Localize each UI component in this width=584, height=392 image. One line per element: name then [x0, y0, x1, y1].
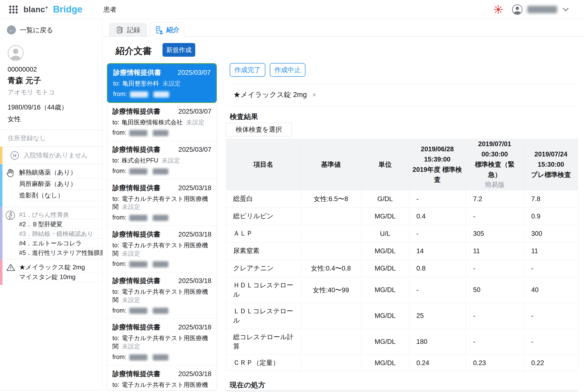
- document-title: 診療情報提供書: [112, 145, 160, 154]
- header-actions: [493, 4, 584, 15]
- to-label: to:: [112, 119, 119, 126]
- document-title: 診療情報提供書: [113, 68, 161, 77]
- abort-button[interactable]: 作成中止: [270, 63, 305, 77]
- to-label: to:: [112, 242, 119, 248]
- sun-alert-icon[interactable]: [493, 4, 503, 15]
- to-organization: 亀田整形外科: [122, 80, 159, 87]
- hand-allergy-icon: [5, 168, 16, 178]
- diagnosis-item[interactable]: #2．Ｂ型肝硬変: [19, 220, 102, 229]
- referral-card[interactable]: 診療情報提供書2025/03/18 to:電子カルテ共有テスト用医療機関未設定 …: [107, 272, 217, 319]
- col-unit-header: 単位: [361, 139, 409, 190]
- document-title: 診療情報提供書: [112, 276, 160, 286]
- to-organization: 電子カルテ共有テスト用医療機: [122, 381, 208, 388]
- table-row: 尿素窒素 MG/DL 14 11 11: [226, 242, 578, 260]
- to-label: to:: [112, 195, 119, 202]
- warning-triangle-icon: [6, 262, 16, 272]
- redacted-name: [153, 168, 168, 174]
- redacted-name: [129, 354, 147, 360]
- redacted-name: [153, 308, 168, 314]
- status-unset: 未設定: [122, 343, 140, 350]
- referral-card[interactable]: 診療情報提供書2025/03/18 to:電子カルテ共有テスト用医療機関未設定 …: [107, 319, 217, 365]
- to-label: to:: [112, 157, 119, 164]
- allergy-color-bar: [0, 164, 2, 207]
- patient-kana: アオモリ モトコ: [7, 88, 102, 96]
- page-title: 紹介文書: [116, 45, 152, 57]
- diagnosis-item[interactable]: #5．進行性リステリア性髄膜脳: [19, 248, 102, 258]
- app-window: blanc+ Bridge 患者: [0, 0, 584, 392]
- allergy-item[interactable]: 局所麻酔薬（あり）: [19, 178, 102, 190]
- table-row: ＨＤＬコレステロール 女性:40〜99 MG/DL - 50 40: [226, 277, 578, 303]
- allergy-item[interactable]: 解熱鎮痛薬（あり）: [19, 167, 102, 178]
- tab-record[interactable]: 記録: [109, 23, 147, 36]
- drug-tag-label: ★メイラックス錠 2mg: [233, 90, 307, 100]
- warning-drug-item[interactable]: マイスタン錠 10mg: [19, 272, 102, 282]
- diagnosis-item[interactable]: #1．びらん性胃炎: [19, 210, 102, 220]
- document-date: 2025/03/07: [178, 69, 211, 76]
- diagnosis-item[interactable]: #3．肺結核・鏡検確認あり: [19, 229, 102, 238]
- document-date: 2025/03/18: [178, 324, 211, 331]
- warning-drug-item[interactable]: ★メイラックス錠 2mg: [19, 262, 102, 272]
- to-organization: 株式会社PFU: [122, 157, 158, 164]
- document-title: 診療情報提供書: [112, 107, 160, 116]
- attached-drug-tag-row: ★メイラックス錠 2mg ×: [226, 84, 578, 106]
- referral-card[interactable]: 診療情報提供書2025/03/07 to:株式会社PFU未設定 from:: [107, 141, 217, 180]
- chevron-down-icon[interactable]: [562, 7, 569, 12]
- patient-avatar: [7, 45, 102, 61]
- exam-column-header: 2019/06/28 15:39:00 2019年度 標準検査: [409, 139, 466, 190]
- svg-text:H: H: [13, 153, 16, 158]
- back-to-list-label: 一覧に戻る: [20, 26, 53, 34]
- redacted-name: [153, 92, 169, 98]
- referral-card[interactable]: 診療情報提供書2025/03/18 to:電子カルテ共有テスト用医療機: [107, 365, 217, 391]
- app-header: blanc+ Bridge 患者: [0, 0, 584, 19]
- hospitalization-section: H 入院情報がありません: [0, 146, 102, 164]
- complete-button[interactable]: 作成完了: [230, 63, 265, 77]
- remove-tag-icon[interactable]: ×: [312, 91, 316, 99]
- brand-logo: blanc+ Bridge: [0, 4, 82, 15]
- select-specimen-button[interactable]: 検体検査を選択: [226, 123, 292, 136]
- redacted-name: [153, 354, 168, 360]
- table-row: クレアチニン 女性:0.4〜0.8 MG/DL 0.8 - -: [226, 260, 578, 277]
- allergy-item[interactable]: 造影剤（なし）: [19, 190, 102, 201]
- results-heading: 検査結果: [230, 112, 258, 122]
- table-row: ＡＬＰ U/L - 305 300: [226, 225, 578, 242]
- allergy-section: 解熱鎮痛薬（あり） 局所麻酔薬（あり） 造影剤（なし）: [0, 164, 102, 207]
- from-label: from:: [113, 90, 127, 97]
- new-document-button[interactable]: 新規作成: [162, 43, 195, 57]
- hospitalization-color-bar: [0, 147, 2, 164]
- document-date: 2025/03/18: [178, 184, 211, 192]
- diagnosis-item[interactable]: #4．エルトールコレラ: [19, 238, 102, 248]
- user-avatar-icon[interactable]: [512, 4, 523, 15]
- referral-card[interactable]: 診療情報提供書2025/03/18 to:電子カルテ共有テスト用医療機関未設定 …: [107, 226, 217, 272]
- status-unset: 未設定: [186, 119, 204, 126]
- diagnosis-figure-icon: [5, 210, 16, 221]
- prescription-table-top: [226, 390, 578, 392]
- drug-warning-section: ★メイラックス錠 2mg マイスタン錠 10mg: [0, 259, 102, 285]
- redacted-name: [129, 215, 147, 221]
- from-label: from:: [112, 214, 126, 221]
- status-unset: 未設定: [162, 80, 181, 87]
- document-date: 2025/03/18: [178, 277, 211, 285]
- back-arrow-icon: ←: [7, 26, 16, 34]
- redacted-name: [129, 130, 147, 136]
- referral-card[interactable]: 診療情報提供書2025/03/07 to:亀田医療情報株式会社未設定 from:: [107, 103, 217, 141]
- document-title: 診療情報提供書: [112, 369, 160, 378]
- referral-card-selected[interactable]: 診療情報提供書2025/03/07 to:亀田整形外科未設定 from:: [107, 63, 217, 103]
- document-date: 2025/03/18: [178, 370, 211, 378]
- to-label: to:: [112, 381, 119, 388]
- prescription-heading: 現在の処方: [230, 380, 265, 390]
- referral-card[interactable]: 診療情報提供書2025/03/18 to:電子カルテ共有テスト用医療機関未設定 …: [107, 180, 217, 226]
- nav-patient[interactable]: 患者: [103, 5, 116, 14]
- current-user-name-redacted: [527, 6, 557, 13]
- table-row: ＬＤＬコレステロール MG/DL 25 - -: [226, 303, 578, 329]
- redacted-name: [129, 168, 147, 174]
- back-to-list-button[interactable]: ← 一覧に戻る: [7, 26, 102, 34]
- tab-record-label: 記録: [127, 26, 140, 34]
- tab-referral[interactable]: 紹介: [150, 22, 184, 37]
- clipboard-icon: [116, 26, 124, 34]
- address-note: 住所登録なし: [0, 130, 102, 146]
- table-row: 総コレステロール計算 MG/DL 180 - -: [226, 329, 578, 355]
- to-label: to:: [113, 80, 120, 87]
- hospitalization-note: 入院情報がありません: [23, 151, 88, 160]
- exam-column-header: 2019/07/01 00:30:00 標準検査（緊急） 簡易版: [466, 139, 524, 190]
- patient-birthdate: 1980/09/16（44歳）: [7, 103, 102, 112]
